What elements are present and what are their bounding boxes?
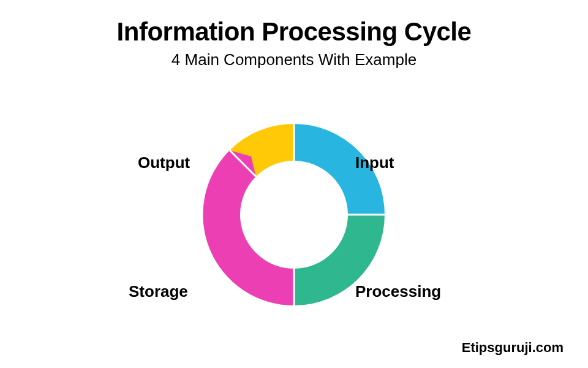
page-subtitle: 4 Main Components With Example bbox=[0, 50, 588, 69]
segment-storage bbox=[203, 150, 294, 305]
cycle-diagram bbox=[202, 123, 386, 307]
label-output: Output bbox=[138, 153, 190, 172]
label-storage: Storage bbox=[129, 282, 188, 301]
page-title: Information Processing Cycle bbox=[0, 17, 588, 47]
label-input: Input bbox=[355, 153, 394, 172]
label-processing: Processing bbox=[355, 282, 441, 301]
footer-credit: Etipsguruji.com bbox=[462, 340, 564, 356]
header: Information Processing Cycle 4 Main Comp… bbox=[0, 0, 588, 69]
cycle-ring-icon bbox=[202, 123, 386, 307]
